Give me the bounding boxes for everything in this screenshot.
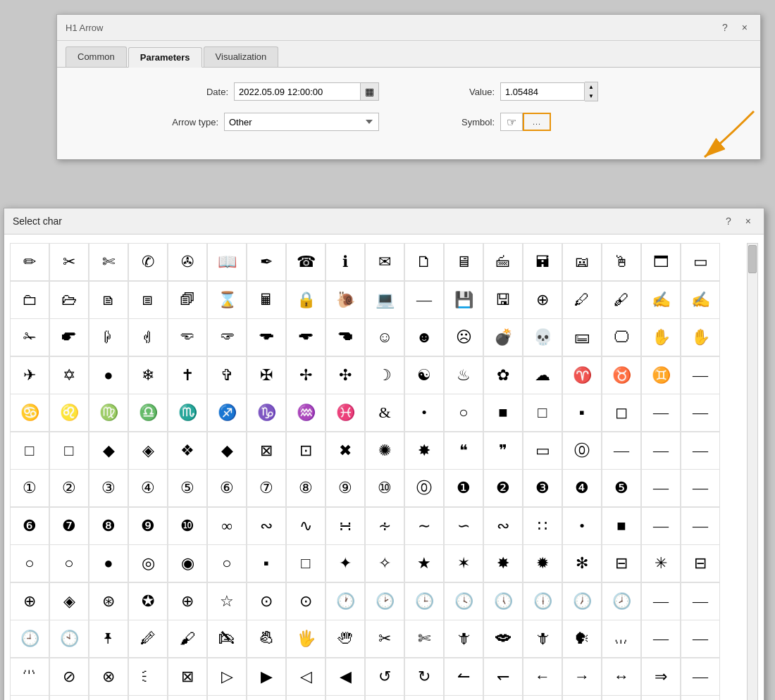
char-cell[interactable]: ✒ bbox=[247, 243, 286, 281]
char-cell[interactable]: ⊕ bbox=[168, 582, 207, 620]
char-cell[interactable]: ✇ bbox=[168, 243, 207, 281]
char-cell[interactable]: — bbox=[681, 658, 720, 696]
char-cell[interactable]: ← bbox=[523, 658, 562, 696]
char-cell[interactable]: ✸ bbox=[404, 432, 444, 470]
char-cell[interactable]: ↓ bbox=[365, 695, 404, 700]
char-cell[interactable]: 🖛 bbox=[286, 318, 326, 356]
char-cell[interactable]: ● bbox=[89, 356, 128, 394]
char-cell[interactable]: ▪ bbox=[247, 544, 286, 582]
char-cell[interactable]: 🖊 bbox=[562, 281, 602, 319]
char-cell[interactable]: — bbox=[404, 281, 444, 319]
char-cell[interactable]: ⇔ bbox=[562, 695, 602, 700]
scrollbar[interactable] bbox=[747, 243, 758, 700]
char-cell[interactable]: ▷ bbox=[207, 658, 247, 696]
char-cell[interactable]: ♍ bbox=[89, 394, 128, 432]
char-cell[interactable]: 🖟 bbox=[89, 318, 128, 356]
char-cell[interactable]: ❹ bbox=[562, 469, 602, 507]
char-cell[interactable]: ✿ bbox=[483, 356, 523, 394]
char-cell[interactable]: 🕙 bbox=[49, 620, 89, 658]
char-cell[interactable]: ↼ bbox=[444, 658, 483, 696]
selectchar-close-button[interactable]: × bbox=[741, 214, 755, 228]
char-cell[interactable]: ○ bbox=[444, 394, 483, 432]
char-cell[interactable]: 🗡 bbox=[444, 620, 483, 658]
char-cell[interactable]: 🗋 bbox=[404, 243, 444, 281]
char-cell[interactable]: ✂ bbox=[49, 243, 89, 281]
char-cell[interactable]: ∾ bbox=[483, 507, 523, 545]
char-cell[interactable]: • bbox=[562, 507, 602, 545]
help-button[interactable]: ? bbox=[718, 20, 732, 35]
char-cell[interactable]: ❝ bbox=[444, 432, 483, 470]
char-cell[interactable]: — bbox=[681, 620, 720, 658]
char-cell[interactable]: 💻 bbox=[365, 281, 404, 319]
char-cell[interactable]: — bbox=[681, 356, 720, 394]
char-cell[interactable]: ⇒ bbox=[602, 695, 641, 700]
arrow-type-select[interactable]: Other Up Down bbox=[224, 113, 379, 131]
spinner-up[interactable]: ▲ bbox=[585, 82, 597, 92]
char-cell[interactable]: 🖬 bbox=[523, 243, 562, 281]
char-cell[interactable]: ❽ bbox=[89, 507, 128, 545]
char-cell[interactable]: ↙ bbox=[483, 695, 523, 700]
char-cell[interactable]: ✁ bbox=[10, 318, 49, 356]
char-cell[interactable]: ♒ bbox=[286, 394, 326, 432]
char-cell[interactable]: ⑥ bbox=[207, 469, 247, 507]
char-cell[interactable]: ✄ bbox=[89, 243, 128, 281]
char-cell[interactable]: 🗉 bbox=[128, 281, 168, 319]
char-cell[interactable]: ① bbox=[10, 469, 49, 507]
char-cell[interactable]: ⌛ bbox=[207, 281, 247, 319]
char-cell[interactable]: ↗ bbox=[89, 695, 128, 700]
char-cell[interactable]: □ bbox=[49, 432, 89, 470]
char-cell[interactable]: ◈ bbox=[49, 582, 89, 620]
char-cell[interactable]: ↑ bbox=[10, 695, 49, 700]
char-cell[interactable]: 🖚 bbox=[247, 318, 286, 356]
char-cell[interactable]: ❸ bbox=[523, 469, 562, 507]
char-cell[interactable]: 💣 bbox=[483, 318, 523, 356]
char-cell[interactable]: 🕔 bbox=[483, 582, 523, 620]
char-cell[interactable]: ✏ bbox=[10, 243, 49, 281]
char-cell[interactable]: — bbox=[681, 432, 720, 470]
char-cell[interactable]: ❞ bbox=[483, 432, 523, 470]
char-cell[interactable]: ○ bbox=[207, 544, 247, 582]
char-cell[interactable]: 🗈 bbox=[89, 281, 128, 319]
char-cell[interactable]: ♋ bbox=[10, 394, 49, 432]
char-cell[interactable]: ∼ bbox=[404, 507, 444, 545]
char-cell[interactable]: — bbox=[641, 507, 681, 545]
char-cell[interactable]: 🖑 bbox=[326, 620, 365, 658]
char-cell[interactable]: ✦ bbox=[326, 544, 365, 582]
char-cell[interactable]: ♏ bbox=[168, 394, 207, 432]
char-cell[interactable]: 🖵 bbox=[602, 318, 641, 356]
char-cell[interactable]: ↽ bbox=[483, 658, 523, 696]
char-cell[interactable]: ✍ bbox=[641, 281, 681, 319]
char-cell[interactable]: 🗧 bbox=[128, 658, 168, 696]
char-cell[interactable]: 🕖 bbox=[562, 582, 602, 620]
char-cell[interactable]: ◆ bbox=[89, 432, 128, 470]
char-cell[interactable]: ✄ bbox=[404, 620, 444, 658]
char-cell[interactable]: ✻ bbox=[562, 544, 602, 582]
value-input[interactable] bbox=[500, 82, 585, 101]
char-cell[interactable]: ☽ bbox=[365, 356, 404, 394]
char-cell[interactable]: 🖞 bbox=[128, 318, 168, 356]
char-cell[interactable]: ♉ bbox=[602, 356, 641, 394]
char-cell[interactable]: ☎ bbox=[286, 243, 326, 281]
char-cell[interactable]: 🖌 bbox=[168, 620, 207, 658]
char-cell[interactable]: ❼ bbox=[49, 507, 89, 545]
char-cell[interactable]: ✋ bbox=[681, 318, 720, 356]
char-cell[interactable]: ↔ bbox=[602, 658, 641, 696]
char-cell[interactable]: ↓ bbox=[49, 695, 89, 700]
char-cell[interactable]: — bbox=[681, 695, 720, 700]
char-cell[interactable]: ▶ bbox=[247, 658, 286, 696]
char-cell[interactable]: ⇒ bbox=[641, 658, 681, 696]
char-cell[interactable]: ∷ bbox=[523, 507, 562, 545]
char-cell[interactable]: 🖈 bbox=[89, 620, 128, 658]
char-cell[interactable]: ✂ bbox=[365, 620, 404, 658]
char-cell[interactable]: ✸ bbox=[483, 544, 523, 582]
char-cell[interactable]: 🖫 bbox=[483, 281, 523, 319]
char-cell[interactable]: 🐌 bbox=[326, 281, 365, 319]
char-cell[interactable]: ◁ bbox=[286, 658, 326, 696]
char-cell[interactable]: — bbox=[602, 432, 641, 470]
char-cell[interactable]: ◉ bbox=[168, 544, 207, 582]
tab-common[interactable]: Common bbox=[66, 46, 127, 67]
char-cell[interactable]: ♎ bbox=[128, 394, 168, 432]
char-cell[interactable]: ◀ bbox=[326, 658, 365, 696]
char-cell[interactable]: ② bbox=[49, 469, 89, 507]
symbol-button[interactable]: ... bbox=[523, 113, 551, 131]
